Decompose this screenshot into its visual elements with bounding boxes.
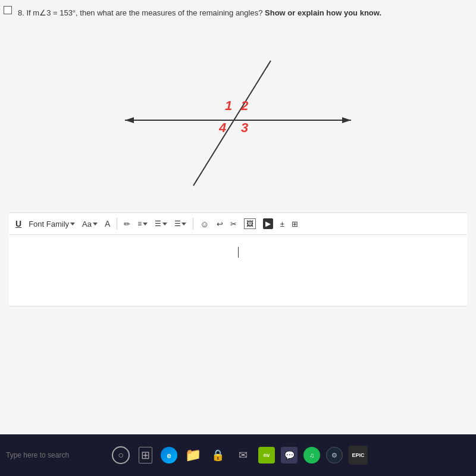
emoji-icon: ☺ — [200, 219, 209, 229]
answer-input-area[interactable] — [9, 235, 467, 306]
question-instruction: Show or explain how you know. — [265, 8, 381, 17]
font-family-dropdown[interactable]: Font Family — [27, 218, 77, 230]
svg-marker-2 — [342, 117, 351, 123]
taskbar-icon-group: ○ ⊞ e 📁 🔒 ✉ nv 💬 ♫ ⚙ EPIC — [112, 446, 368, 465]
indent-chevron-icon — [181, 223, 186, 226]
taskbar-steam-icon[interactable]: ⚙ — [326, 447, 343, 464]
label-3: 3 — [241, 120, 248, 135]
folder-icon: 📁 — [185, 447, 201, 463]
separator-2 — [193, 218, 193, 230]
table-icon: ⊞ — [292, 220, 298, 228]
highlight-button[interactable]: ✏ — [122, 218, 132, 230]
taskbar-mail-icon[interactable]: ✉ — [233, 446, 252, 465]
svg-marker-1 — [125, 117, 134, 123]
link-icon: ↩ — [217, 220, 223, 228]
label-1: 1 — [225, 98, 232, 113]
underline-button[interactable]: U — [14, 218, 23, 230]
mail-icon: ✉ — [239, 449, 248, 462]
font-size-chevron-icon — [93, 223, 98, 226]
taskbar-nvidia-icon[interactable]: nv — [258, 447, 275, 464]
widgets-icon: ⊞ — [139, 447, 152, 464]
highlight-icon: ✏ — [124, 220, 130, 228]
chat-icon: 💬 — [284, 450, 295, 460]
clip-icon: ✂ — [230, 220, 237, 228]
font-family-label: Font Family — [29, 220, 69, 228]
font-color-button[interactable]: A — [103, 218, 112, 230]
edge-browser-icon: e — [167, 451, 171, 460]
main-content: 8. If m∠3 = 153°, then what are the meas… — [0, 0, 476, 434]
table-button[interactable]: ⊞ — [290, 218, 300, 230]
spotify-logo: ♫ — [309, 452, 314, 459]
formula-button[interactable]: ± — [278, 218, 286, 230]
lock-icon: 🔒 — [211, 449, 224, 462]
label-4: 4 — [218, 120, 226, 135]
emoji-button[interactable]: ☺ — [198, 218, 211, 230]
taskbar-search-input[interactable] — [6, 451, 89, 459]
question-text: 8. If m∠3 = 153°, then what are the meas… — [9, 6, 467, 17]
video-button[interactable]: ▶ — [261, 217, 275, 230]
taskbar-edge-icon[interactable]: e — [161, 447, 177, 464]
epic-logo: EPIC — [352, 452, 364, 458]
list-dropdown[interactable]: ☰ — [153, 218, 169, 229]
taskbar-chat-icon[interactable]: 💬 — [281, 447, 298, 464]
align-chevron-icon — [143, 223, 148, 226]
taskbar-folder-icon[interactable]: 📁 — [183, 446, 202, 465]
circle-icon: ○ — [118, 450, 124, 461]
angle-diagram: 1 2 3 4 — [89, 28, 387, 206]
font-size-label: Aa — [82, 220, 92, 228]
question-body: If m∠3 = 153°, then what are the measure… — [26, 8, 265, 17]
label-2: 2 — [240, 98, 249, 113]
clip-button[interactable]: ✂ — [228, 218, 239, 230]
list-chevron-icon — [162, 223, 167, 226]
underline-icon: U — [15, 219, 21, 228]
formula-icon: ± — [280, 220, 284, 228]
nvidia-logo: nv — [264, 452, 270, 458]
indent-icon: ☰ — [174, 220, 180, 228]
text-cursor — [238, 247, 239, 258]
taskbar-epic-icon[interactable]: EPIC — [349, 446, 368, 465]
taskbar-widgets-icon[interactable]: ⊞ — [136, 446, 155, 465]
question-checkbox[interactable] — [4, 6, 12, 14]
align-left-dropdown[interactable]: ≡ — [136, 218, 149, 229]
steam-logo: ⚙ — [331, 452, 337, 459]
question-number: 8. — [18, 8, 24, 17]
link-button[interactable]: ↩ — [215, 218, 225, 230]
indent-dropdown[interactable]: ☰ — [173, 218, 188, 229]
font-family-chevron-icon — [70, 223, 75, 226]
svg-line-3 — [193, 61, 271, 186]
taskbar-spotify-icon[interactable]: ♫ — [303, 447, 320, 464]
font-color-icon: A — [105, 219, 110, 228]
list-icon: ☰ — [155, 220, 161, 228]
diagram-area: 1 2 3 4 — [9, 22, 467, 212]
align-icon: ≡ — [137, 220, 142, 228]
formatting-toolbar: U Font Family Aa A ✏ ≡ ☰ ☰ — [9, 212, 467, 235]
font-size-dropdown[interactable]: Aa — [80, 218, 99, 230]
taskbar: ○ ⊞ e 📁 🔒 ✉ nv 💬 ♫ ⚙ EPIC — [0, 434, 476, 476]
separator-1 — [117, 218, 117, 230]
image-icon: 🖼 — [244, 218, 256, 229]
image-button[interactable]: 🖼 — [242, 217, 258, 230]
video-icon: ▶ — [263, 218, 273, 229]
taskbar-search-icon[interactable]: ○ — [112, 446, 130, 464]
taskbar-lock-icon[interactable]: 🔒 — [208, 446, 227, 465]
